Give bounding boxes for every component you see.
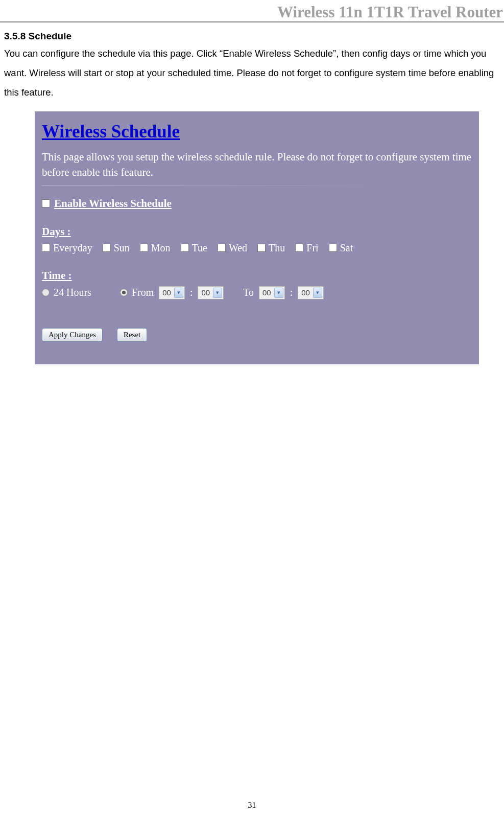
to-minute-select[interactable]: 00 ▾ (298, 286, 324, 299)
24-hours-radio[interactable] (42, 289, 50, 296)
from-to-radio[interactable] (120, 289, 128, 296)
section-body: You can configure the schedule via this … (4, 44, 500, 102)
to-label: To (243, 287, 254, 298)
sun-checkbox[interactable] (103, 244, 111, 252)
from-minute-select[interactable]: 00 ▾ (198, 286, 224, 299)
thu-checkbox[interactable] (257, 244, 266, 252)
days-group-label: Days : (42, 225, 472, 238)
sun-label: Sun (114, 242, 130, 254)
enable-wireless-schedule-label: Enable Wireless Schedule (54, 197, 172, 210)
wed-label: Wed (229, 242, 247, 254)
to-hour-value: 00 (262, 288, 271, 297)
time-group-label: Time : (42, 269, 472, 282)
page-header: Wireless 11n 1T1R Travel Router (0, 0, 504, 22)
thu-label: Thu (269, 242, 285, 254)
apply-changes-button[interactable]: Apply Changes (42, 328, 103, 342)
chevron-down-icon: ▾ (274, 288, 283, 298)
time-separator: : (190, 287, 193, 298)
divider (42, 185, 472, 186)
sat-label: Sat (340, 242, 353, 254)
tue-label: Tue (192, 242, 207, 254)
tue-checkbox[interactable] (181, 244, 189, 252)
chevron-down-icon: ▾ (313, 288, 322, 298)
mon-label: Mon (151, 242, 171, 254)
enable-wireless-schedule-checkbox[interactable] (42, 199, 50, 207)
to-hour-select[interactable]: 00 ▾ (259, 286, 285, 299)
chevron-down-icon: ▾ (174, 288, 183, 298)
panel-title: Wireless Schedule (42, 122, 472, 142)
section-heading: 3.5.8 Schedule (4, 31, 500, 42)
everyday-checkbox[interactable] (42, 244, 50, 252)
fri-label: Fri (306, 242, 318, 254)
from-minute-value: 00 (201, 288, 210, 297)
from-label: From (132, 287, 154, 298)
sat-checkbox[interactable] (329, 244, 337, 252)
wed-checkbox[interactable] (218, 244, 226, 252)
fri-checkbox[interactable] (295, 244, 303, 252)
time-separator: : (290, 287, 293, 298)
everyday-label: Everyday (53, 242, 92, 254)
wireless-schedule-panel: Wireless Schedule This page allows you s… (35, 111, 479, 364)
reset-button[interactable]: Reset (117, 328, 147, 342)
chevron-down-icon: ▾ (213, 288, 222, 298)
days-row: Everyday Sun Mon Tue Wed Thu Fri Sat (42, 242, 472, 254)
mon-checkbox[interactable] (140, 244, 148, 252)
page-number: 31 (0, 801, 504, 810)
24-hours-label: 24 Hours (54, 287, 91, 298)
from-hour-select[interactable]: 00 ▾ (159, 286, 185, 299)
panel-description: This page allows you setup the wireless … (42, 149, 472, 180)
time-row: 24 Hours From 00 ▾ : 00 ▾ To (42, 286, 472, 299)
to-minute-value: 00 (301, 288, 310, 297)
from-hour-value: 00 (162, 288, 171, 297)
